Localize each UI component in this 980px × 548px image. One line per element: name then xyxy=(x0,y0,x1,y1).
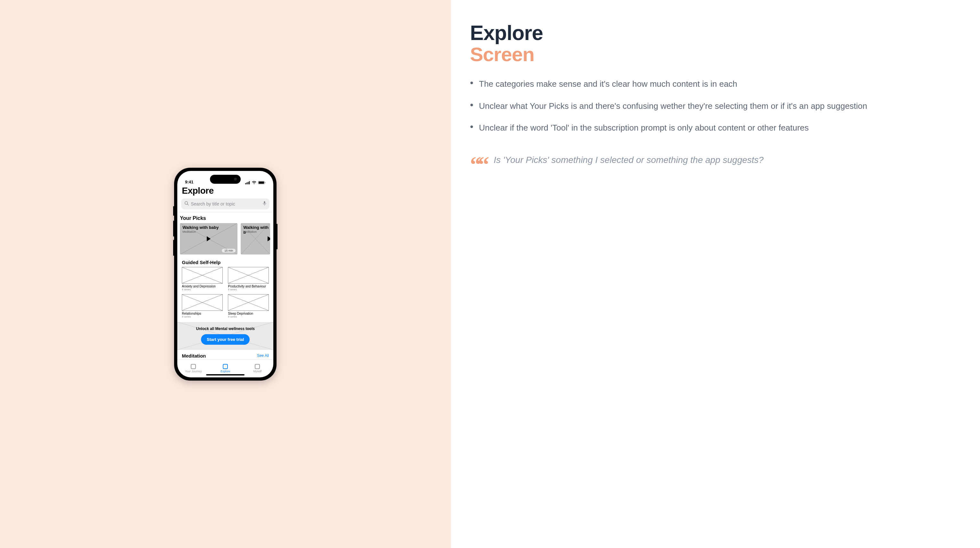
signal-icon xyxy=(245,181,250,184)
pick-card[interactable]: Walking with baby Meditation 15 min xyxy=(180,223,237,255)
tab-icon xyxy=(255,364,260,369)
see-all-link[interactable]: See All xyxy=(257,354,269,358)
picks-carousel[interactable]: Walking with baby Meditation 15 min Walk… xyxy=(177,223,273,255)
quote-icon: ““ xyxy=(470,153,486,171)
phone-screen: 9:41 Explore Search by title or topic xyxy=(177,171,273,378)
unlock-banner: Unlock all Mental wellness tools Start y… xyxy=(177,322,273,350)
quote-text: Is 'Your Picks' something I selected or … xyxy=(494,153,764,167)
section-guided-title: Guided Self-Help xyxy=(182,255,269,267)
guided-count: 8 series xyxy=(228,315,269,318)
guided-label: Productivity and Behaviour xyxy=(228,285,269,288)
phone-button-silent xyxy=(173,206,174,216)
search-input[interactable]: Search by title or topic xyxy=(181,198,269,209)
status-time: 9:41 xyxy=(185,180,193,184)
tab-icon xyxy=(191,364,196,369)
section-meditation-title: Meditation xyxy=(182,353,206,358)
phone-frame: 9:41 Explore Search by title or topic xyxy=(174,168,277,381)
notes-pane: Explore Screen The categories make sense… xyxy=(451,0,980,548)
bullet-item: Unclear what Your Picks is and there's c… xyxy=(470,100,961,112)
mic-icon[interactable] xyxy=(263,201,266,207)
page-title: Explore xyxy=(177,185,273,198)
svg-rect-5 xyxy=(259,182,264,184)
slide-heading: Explore Screen xyxy=(470,22,961,65)
guided-cell[interactable]: Relationships 8 series xyxy=(182,294,223,318)
guided-cell[interactable]: Sleep Deprivation 8 series xyxy=(228,294,269,318)
search-icon xyxy=(185,201,189,207)
tab-label: Myself xyxy=(253,370,261,373)
svg-rect-6 xyxy=(265,182,266,183)
bullet-item: The categories make sense and it's clear… xyxy=(470,78,961,90)
phone-button-power xyxy=(277,224,277,249)
pick-subtitle: Meditation xyxy=(243,230,257,233)
pick-card[interactable]: Walking with b Meditation xyxy=(241,223,270,255)
guided-label: Sleep Deprivation xyxy=(228,312,269,315)
placeholder-image xyxy=(182,267,223,284)
unlock-text: Unlock all Mental wellness tools xyxy=(196,327,255,331)
duration-badge: 15 min xyxy=(222,249,235,253)
placeholder-image xyxy=(228,267,269,284)
guided-count: 8 series xyxy=(182,315,223,318)
phone-button-vol-up xyxy=(173,221,174,237)
mockup-pane: 9:41 Explore Search by title or topic xyxy=(0,0,451,548)
pick-title: Walking with baby xyxy=(183,225,219,230)
svg-rect-1 xyxy=(247,182,247,184)
placeholder-image xyxy=(228,294,269,311)
guided-cell[interactable]: Productivity and Behaviour 8 series xyxy=(228,267,269,291)
quote-block: ““ Is 'Your Picks' something I selected … xyxy=(470,153,961,171)
svg-rect-3 xyxy=(249,181,250,184)
search-placeholder: Search by title or topic xyxy=(191,201,261,207)
svg-rect-9 xyxy=(264,201,265,204)
guided-label: Anxiety and Depression xyxy=(182,285,223,288)
battery-icon xyxy=(258,181,266,184)
pick-subtitle: Meditation xyxy=(183,230,196,233)
svg-rect-2 xyxy=(248,182,249,184)
start-trial-button[interactable]: Start your free trial xyxy=(201,334,250,345)
tab-myself[interactable]: Myself xyxy=(241,360,273,378)
heading-sub: Screen xyxy=(470,44,961,65)
camera-icon xyxy=(234,178,237,180)
tab-label: Your Journey xyxy=(185,370,202,373)
guided-count: 8 series xyxy=(228,288,269,291)
dynamic-island xyxy=(210,175,241,184)
svg-line-8 xyxy=(188,204,189,206)
play-icon[interactable] xyxy=(207,236,211,241)
screen-content: Explore Search by title or topic Your Pi… xyxy=(177,185,273,360)
svg-rect-0 xyxy=(245,183,246,184)
guided-grid: Anxiety and Depression 8 series Producti… xyxy=(182,267,269,318)
bullet-list: The categories make sense and it's clear… xyxy=(470,78,961,134)
wifi-icon xyxy=(251,181,257,184)
guided-count: 8 series xyxy=(182,288,223,291)
guided-cell[interactable]: Anxiety and Depression 8 series xyxy=(182,267,223,291)
tab-label: Explore xyxy=(221,370,231,373)
placeholder-image xyxy=(182,294,223,311)
phone-button-vol-down xyxy=(173,240,174,256)
section-your-picks-title: Your Picks xyxy=(177,212,273,223)
tab-your-journey[interactable]: Your Journey xyxy=(177,360,209,378)
home-indicator[interactable] xyxy=(206,374,245,376)
bullet-item: Unclear if the word 'Tool' in the subscr… xyxy=(470,121,961,134)
guided-label: Relationships xyxy=(182,312,223,315)
heading-main: Explore xyxy=(470,22,961,44)
play-icon[interactable] xyxy=(267,236,270,241)
tab-icon xyxy=(223,364,228,369)
